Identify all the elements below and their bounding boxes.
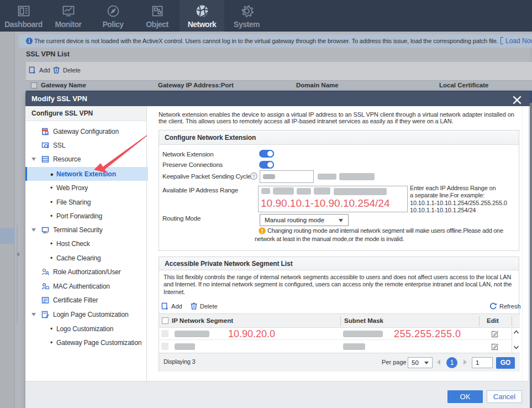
svg-text:?: ? bbox=[252, 174, 255, 179]
